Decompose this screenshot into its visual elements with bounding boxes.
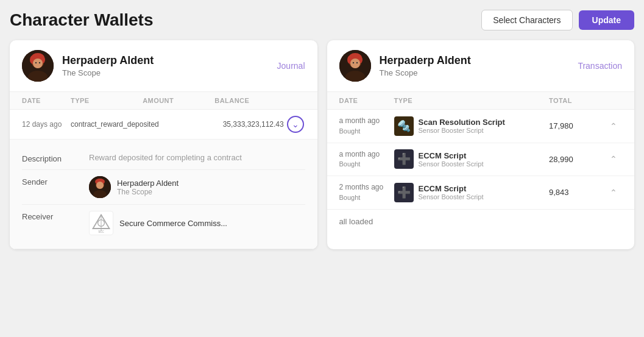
description-label: Description	[22, 153, 77, 163]
panels: Herpaderp Aldent The Scope Journal DATE …	[10, 40, 634, 249]
table-row: a month ago Bought 🔩 Scan Resolution Scr…	[327, 110, 635, 143]
table-row: a month ago Bought ➕ ECCM Script Sensor …	[327, 143, 635, 177]
row3-type: ➕ ECCM Script Sensor Booster Script	[394, 183, 550, 202]
svg-point-6	[33, 59, 43, 68]
row2-item-name: ECCM Script	[419, 151, 484, 160]
svg-point-26	[350, 59, 360, 68]
row1-date: a month ago Bought	[339, 116, 394, 137]
right-char-corp: The Scope	[380, 68, 471, 77]
left-table-header: DATE TYPE AMOUNT BALANCE	[10, 92, 317, 110]
right-char-info: Herpaderp Aldent The Scope	[339, 50, 471, 82]
right-col-total: TOTAL	[549, 97, 610, 104]
expanded-detail: Description Reward deposited for complet…	[10, 140, 317, 249]
row1-item-name: Scan Resolution Script	[419, 118, 505, 127]
right-char-text: Herpaderp Aldent The Scope	[380, 54, 471, 77]
all-loaded: all loaded	[327, 210, 635, 233]
update-button[interactable]: Update	[579, 10, 634, 30]
page-title: Character Wallets	[10, 10, 154, 30]
right-panel-tab[interactable]: Transaction	[578, 61, 622, 71]
left-char-name: Herpaderp Aldent	[62, 54, 154, 67]
right-char-name: Herpaderp Aldent	[380, 54, 471, 67]
sender-row: Sender Herpaderp Alde	[22, 170, 305, 205]
receiver-info: SCC Secure Commerce Commiss...	[89, 211, 227, 235]
collapse-icon-3[interactable]: ⌃	[610, 188, 622, 197]
row-date: 12 days ago	[22, 119, 71, 130]
row-type: contract_reward_deposited	[71, 120, 159, 129]
left-col-balance: BALANCE	[214, 97, 286, 104]
receiver-logo: SCC	[89, 211, 113, 235]
sender-avatar	[89, 176, 111, 198]
collapse-icon-2[interactable]: ⌃	[610, 154, 622, 164]
left-char-info: Herpaderp Aldent The Scope	[22, 50, 154, 82]
row2-type: ➕ ECCM Script Sensor Booster Script	[394, 149, 550, 169]
left-avatar	[22, 50, 54, 82]
sender-info: Herpaderp Aldent The Scope	[89, 176, 179, 198]
svg-point-27	[352, 62, 353, 63]
left-col-amount: AMOUNT	[143, 97, 214, 104]
right-panel: Herpaderp Aldent The Scope Transaction D…	[327, 40, 635, 249]
right-table-header: DATE TYPE TOTAL	[327, 92, 635, 110]
row2-item-sub: Sensor Booster Script	[419, 160, 484, 168]
receiver-name: Secure Commerce Commiss...	[119, 219, 227, 228]
row3-item-sub: Sensor Booster Script	[419, 193, 484, 200]
left-col-type: TYPE	[71, 97, 143, 104]
description-value: Reward deposited for completing a contra…	[89, 153, 242, 162]
expand-button[interactable]: ⌄	[287, 116, 304, 133]
select-characters-button[interactable]: Select Characters	[481, 10, 572, 30]
svg-point-7	[35, 62, 37, 63]
item-icon-2: ➕	[394, 149, 414, 169]
row-balance: 35,333,323,112.43	[223, 120, 287, 129]
row3-total: 9,843	[549, 188, 610, 197]
row2-date: a month ago Bought	[339, 149, 394, 170]
header-actions: Select Characters Update	[481, 10, 634, 30]
row3-item-name: ECCM Script	[419, 184, 484, 193]
right-table-body: a month ago Bought 🔩 Scan Resolution Scr…	[327, 110, 635, 233]
right-avatar	[339, 50, 371, 82]
row1-total: 17,980	[549, 121, 610, 130]
right-col-date: DATE	[339, 97, 394, 104]
left-char-text: Herpaderp Aldent The Scope	[62, 54, 154, 77]
left-table-body: 12 days ago contract_reward_deposited 35…	[10, 110, 317, 249]
row1-type: 🔩 Scan Resolution Script Sensor Booster …	[394, 116, 550, 136]
left-col-date: DATE	[22, 97, 71, 104]
svg-point-28	[356, 62, 357, 63]
row3-date: 2 months ago Bought	[339, 182, 394, 203]
svg-point-13	[96, 182, 104, 189]
item-icon-3: ➕	[394, 183, 414, 202]
description-row: Description Reward deposited for complet…	[22, 147, 305, 170]
table-row: 2 months ago Bought ➕ ECCM Script Sensor…	[327, 176, 635, 210]
sender-corp: The Scope	[117, 188, 179, 196]
receiver-label: Receiver	[22, 211, 77, 221]
right-panel-header: Herpaderp Aldent The Scope Transaction	[327, 40, 635, 92]
row2-total: 28,990	[549, 155, 610, 164]
receiver-row: Receiver SCC	[22, 205, 305, 241]
collapse-icon-1[interactable]: ⌃	[610, 121, 622, 131]
row1-item-sub: Sensor Booster Script	[419, 127, 505, 134]
left-panel-header: Herpaderp Aldent The Scope Journal	[10, 40, 317, 92]
left-panel-tab[interactable]: Journal	[277, 61, 305, 71]
sender-label: Sender	[22, 176, 77, 186]
svg-text:SCC: SCC	[98, 230, 104, 233]
sender-name: Herpaderp Aldent	[117, 179, 179, 188]
svg-point-8	[39, 62, 40, 63]
table-row: 12 days ago contract_reward_deposited 35…	[10, 110, 317, 140]
item-icon-1: 🔩	[394, 116, 414, 136]
left-char-corp: The Scope	[62, 68, 154, 77]
right-col-type: TYPE	[394, 97, 550, 104]
chevron-down-icon: ⌄	[292, 119, 299, 129]
left-panel: Herpaderp Aldent The Scope Journal DATE …	[10, 40, 317, 249]
